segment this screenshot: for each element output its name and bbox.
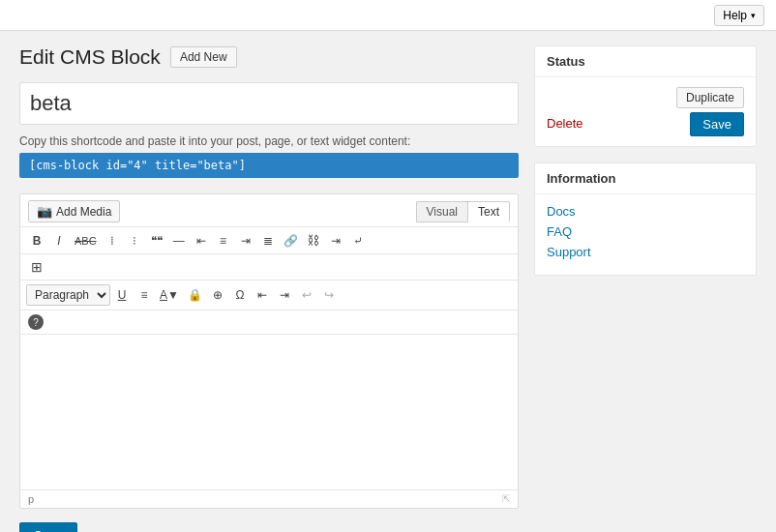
support-link[interactable]: Support bbox=[547, 245, 744, 259]
italic-button[interactable]: I bbox=[48, 232, 70, 250]
editor-wrap: 📷 Add Media Visual Text B I ABC ⁞ ⁝ ❝❝ —… bbox=[19, 193, 519, 509]
editor-help-button[interactable]: ? bbox=[28, 314, 44, 330]
docs-link[interactable]: Docs bbox=[547, 204, 744, 219]
strikethrough-button[interactable]: ABC bbox=[71, 233, 101, 249]
unlink-button[interactable]: ⛓ bbox=[303, 231, 324, 250]
indent-button[interactable]: ⇥ bbox=[325, 232, 346, 250]
save-button-bottom[interactable]: Save bbox=[19, 522, 77, 532]
shortcode-box[interactable]: [cms-block id="4" title="beta"] bbox=[19, 153, 519, 178]
delete-link[interactable]: Delete bbox=[547, 116, 583, 131]
toolbar-row-1: B I ABC ⁞ ⁝ ❝❝ — ⇤ ≡ ⇥ ≣ 🔗 ⛓ ⇥ ⤶ bbox=[20, 227, 518, 254]
unordered-list-button[interactable]: ⁞ bbox=[102, 232, 123, 250]
tab-visual[interactable]: Visual bbox=[416, 201, 467, 222]
hr-button[interactable]: — bbox=[168, 232, 190, 250]
outdent-button[interactable]: ⇤ bbox=[252, 286, 273, 304]
duplicate-button[interactable]: Duplicate bbox=[676, 87, 744, 108]
help-button[interactable]: Help ▾ bbox=[714, 5, 764, 26]
save-button-sidebar[interactable]: Save bbox=[690, 112, 744, 136]
align-center-button[interactable]: ≡ bbox=[213, 232, 234, 250]
help-label: Help bbox=[723, 9, 747, 22]
faq-link[interactable]: FAQ bbox=[547, 224, 744, 239]
title-input[interactable] bbox=[19, 82, 519, 125]
align-right-button[interactable]: ⇥ bbox=[235, 232, 256, 250]
insert-link-button2[interactable]: ⊕ bbox=[207, 286, 228, 304]
add-new-button[interactable]: Add New bbox=[170, 46, 237, 68]
editor-topbar: 📷 Add Media Visual Text bbox=[20, 194, 518, 227]
editor-content-area[interactable] bbox=[20, 335, 518, 489]
font-color-button[interactable]: A▼ bbox=[156, 286, 183, 304]
toolbar-row-1b: ⊞ bbox=[20, 254, 518, 281]
page-wrap: Edit CMS Block Add New Copy this shortco… bbox=[0, 31, 776, 532]
add-media-label: Add Media bbox=[56, 205, 111, 219]
status-box-title: Status bbox=[535, 46, 756, 77]
editor-tag-indicator: p bbox=[28, 493, 34, 505]
editor-tabs: Visual Text bbox=[416, 201, 510, 222]
chevron-down-icon: ▾ bbox=[751, 11, 756, 20]
sidebar-column: Status Duplicate Delete Save Information… bbox=[534, 45, 757, 532]
bottom-save-area: Save bbox=[19, 522, 519, 532]
top-bar: Help ▾ bbox=[0, 0, 776, 31]
information-box-body: Docs FAQ Support bbox=[535, 194, 756, 275]
table-button[interactable]: ⊞ bbox=[26, 257, 47, 277]
status-box: Status Duplicate Delete Save bbox=[534, 45, 757, 147]
main-column: Edit CMS Block Add New Copy this shortco… bbox=[19, 45, 519, 532]
add-media-button[interactable]: 📷 Add Media bbox=[28, 200, 120, 222]
information-box-title: Information bbox=[535, 163, 756, 194]
status-box-body: Duplicate Delete Save bbox=[535, 77, 756, 146]
status-actions: Delete Save bbox=[547, 108, 744, 131]
align-left-button2[interactable]: ≡ bbox=[134, 286, 155, 304]
editor-footer: p ⇱ bbox=[20, 489, 518, 508]
media-icon: 📷 bbox=[37, 204, 52, 219]
underline-button[interactable]: U bbox=[111, 286, 133, 304]
insert-link-button[interactable]: 🔗 bbox=[280, 232, 302, 250]
indent-button2[interactable]: ⇥ bbox=[274, 286, 295, 304]
align-justify-button[interactable]: ≣ bbox=[257, 232, 279, 250]
redo-button[interactable]: ↪ bbox=[318, 286, 340, 304]
tab-text[interactable]: Text bbox=[467, 201, 510, 222]
align-left-button[interactable]: ⇤ bbox=[191, 232, 212, 250]
shortcode-label: Copy this shortcode and paste it into yo… bbox=[19, 134, 519, 148]
information-box: Information Docs FAQ Support bbox=[534, 163, 757, 276]
toolbar-help-row: ? bbox=[20, 310, 518, 335]
blockquote-button[interactable]: ❝❝ bbox=[146, 232, 167, 250]
page-title: Edit CMS Block bbox=[19, 45, 161, 69]
toolbar-row-2: Paragraph Heading 1 Heading 2 Heading 3 … bbox=[20, 281, 518, 310]
page-header: Edit CMS Block Add New bbox=[19, 45, 519, 69]
special-chars-button[interactable]: Ω bbox=[229, 286, 251, 304]
format-select[interactable]: Paragraph Heading 1 Heading 2 Heading 3 bbox=[26, 284, 110, 306]
ordered-list-button[interactable]: ⁝ bbox=[124, 232, 145, 250]
fullscreen-button[interactable]: ⤶ bbox=[347, 232, 369, 250]
resize-handle[interactable]: ⇱ bbox=[502, 493, 510, 505]
bold-button[interactable]: B bbox=[26, 232, 47, 250]
undo-button[interactable]: ↩ bbox=[296, 286, 317, 304]
lock-button[interactable]: 🔒 bbox=[184, 286, 206, 304]
